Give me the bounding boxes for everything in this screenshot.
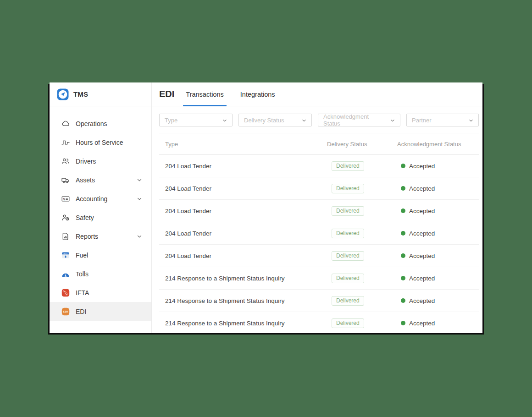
acknowledgment-status-cell: Accepted <box>397 320 479 327</box>
safety-icon <box>61 213 70 222</box>
table-row[interactable]: 204 Load TenderDeliveredAccepted <box>159 245 479 267</box>
sidebar-item-label: Fuel <box>76 252 88 259</box>
delivery-status-cell: Delivered <box>327 229 397 238</box>
tab-transactions[interactable]: Transactions <box>184 82 225 106</box>
drivers-icon <box>61 157 70 166</box>
table-row[interactable]: 214 Response to a Shipment Status Inquir… <box>159 267 479 290</box>
sidebar-item-tolls[interactable]: Tolls <box>50 264 151 283</box>
acknowledgment-status-label: Accepted <box>409 208 435 214</box>
transaction-type-cell: 214 Response to a Shipment Status Inquir… <box>159 320 327 327</box>
transactions-table: TypeDelivery StatusAcknowledgment Status… <box>159 133 479 333</box>
sidebar-item-operations[interactable]: Operations <box>50 114 151 133</box>
chevron-down-icon <box>301 117 307 123</box>
delivery-status-cell: Delivered <box>327 274 397 283</box>
sidebar: TMS OperationsHours of ServiceDriversAss… <box>50 82 152 333</box>
chevron-down-icon <box>389 117 396 123</box>
table-row[interactable]: 214 Response to a Shipment Status Inquir… <box>159 312 479 333</box>
tab-bar: TransactionsIntegrations <box>184 82 276 106</box>
transaction-type-cell: 204 Load Tender <box>159 208 327 214</box>
table-body: 204 Load TenderDeliveredAccepted204 Load… <box>159 155 479 333</box>
sidebar-item-accounting[interactable]: $Accounting <box>50 189 151 208</box>
tab-label: Transactions <box>186 91 223 98</box>
acknowledgment-status-cell: Accepted <box>397 230 479 237</box>
select-placeholder: Delivery Status <box>244 117 284 124</box>
table-row[interactable]: 204 Load TenderDeliveredAccepted <box>159 177 479 200</box>
sidebar-item-fuel[interactable]: Fuel <box>50 246 151 264</box>
transaction-type-cell: 214 Response to a Shipment Status Inquir… <box>159 297 327 304</box>
cloud-icon <box>61 119 70 128</box>
sidebar-item-label: Operations <box>76 120 107 127</box>
main-content: EDI TransactionsIntegrations TypeDeliver… <box>152 82 482 333</box>
sidebar-item-label: Reports <box>76 233 98 240</box>
acknowledgment-status-cell: Accepted <box>397 275 479 282</box>
acknowledgment-status-cell: Accepted <box>397 252 479 259</box>
hos-waveform-icon <box>61 138 70 147</box>
delivery-status-badge: Delivered <box>332 229 364 238</box>
acknowledgment-status-label: Accepted <box>409 163 435 170</box>
delivery-status-filter-select[interactable]: Delivery Status <box>238 114 312 126</box>
status-dot-icon <box>401 231 405 236</box>
partner-filter-select[interactable]: Partner <box>406 114 479 126</box>
acknowledgment-status-label: Accepted <box>409 275 435 282</box>
fuel-icon <box>61 251 70 260</box>
sidebar-item-label: Hours of Service <box>76 139 123 146</box>
sidebar-item-reports[interactable]: Reports <box>50 227 151 246</box>
column-header-type: Type <box>159 141 327 148</box>
table-row[interactable]: 204 Load TenderDeliveredAccepted <box>159 200 479 222</box>
acknowledgment-status-filter-select[interactable]: Acknowledgment Status <box>318 114 400 126</box>
acknowledgment-status-cell: Accepted <box>397 208 479 214</box>
delivery-status-cell: Delivered <box>327 296 397 306</box>
transaction-type-cell: 204 Load Tender <box>159 230 327 237</box>
select-placeholder: Acknowledgment Status <box>323 113 386 127</box>
page-header: EDI TransactionsIntegrations <box>152 82 482 106</box>
sidebar-item-assets[interactable]: Assets <box>50 170 151 189</box>
sidebar-item-label: Assets <box>76 176 95 184</box>
edi-badge-icon: EDI <box>61 307 70 316</box>
tab-label: Integrations <box>240 91 275 98</box>
sidebar-item-drivers[interactable]: Drivers <box>50 152 151 170</box>
app-name: TMS <box>73 90 88 98</box>
sidebar-item-label: Accounting <box>76 195 107 203</box>
tab-integrations[interactable]: Integrations <box>239 82 277 106</box>
delivery-status-badge: Delivered <box>332 206 364 216</box>
page-title: EDI <box>159 89 174 99</box>
type-filter-select[interactable]: Type <box>159 114 233 126</box>
acknowledgment-status-label: Accepted <box>409 320 435 327</box>
sidebar-item-hours-of-service[interactable]: Hours of Service <box>50 133 151 152</box>
sidebar-item-edi[interactable]: EDIEDI <box>50 302 151 321</box>
transaction-type-cell: 204 Load Tender <box>159 185 327 192</box>
chevron-down-icon <box>136 195 143 203</box>
delivery-status-badge: Delivered <box>332 296 364 306</box>
sidebar-header: TMS <box>50 82 151 106</box>
svg-text:$: $ <box>63 197 65 201</box>
transaction-type-cell: 214 Response to a Shipment Status Inquir… <box>159 275 327 282</box>
column-header-acknowledgment-status: Acknowledgment Status <box>397 141 479 148</box>
sidebar-item-safety[interactable]: Safety <box>50 208 151 227</box>
delivery-status-cell: Delivered <box>327 184 397 193</box>
table-row[interactable]: 204 Load TenderDeliveredAccepted <box>159 222 479 245</box>
select-placeholder: Type <box>165 117 177 124</box>
sidebar-nav: OperationsHours of ServiceDriversAssets$… <box>50 106 151 333</box>
acknowledgment-status-label: Accepted <box>409 252 435 259</box>
filter-bar: TypeDelivery StatusAcknowledgment Status… <box>152 106 482 133</box>
acknowledgment-status-cell: Accepted <box>397 297 479 304</box>
chevron-down-icon <box>222 117 228 123</box>
sidebar-item-label: EDI <box>76 308 86 315</box>
acknowledgment-status-cell: Accepted <box>397 163 479 170</box>
svg-text:EDI: EDI <box>63 310 68 313</box>
sidebar-item-ifta[interactable]: IFTAIFTA <box>50 283 151 302</box>
delivery-status-badge: Delivered <box>332 251 364 261</box>
status-dot-icon <box>401 298 405 303</box>
table-row[interactable]: 204 Load TenderDeliveredAccepted <box>159 155 479 177</box>
report-doc-icon <box>61 232 70 241</box>
delivery-status-badge: Delivered <box>332 318 364 328</box>
table-row[interactable]: 214 Response to a Shipment Status Inquir… <box>159 290 479 312</box>
ifta-icon: IFTA <box>61 288 70 297</box>
desktop-background: TMS OperationsHours of ServiceDriversAss… <box>0 0 532 417</box>
sidebar-item-label: Tolls <box>76 270 89 278</box>
tolls-icon <box>61 269 70 279</box>
status-dot-icon <box>401 186 405 191</box>
acknowledgment-status-label: Accepted <box>409 230 435 237</box>
delivery-status-badge: Delivered <box>332 184 364 193</box>
invoice-icon: $ <box>61 194 70 203</box>
